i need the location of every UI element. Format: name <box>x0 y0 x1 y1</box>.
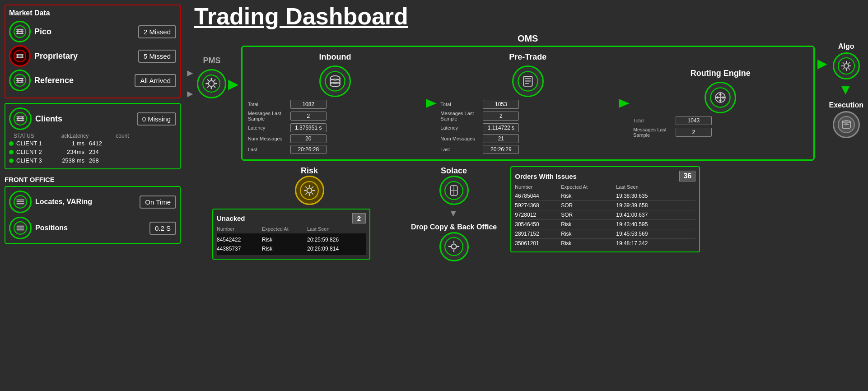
clients-header: Clients 0 Missing <box>9 107 176 130</box>
unacked-r1-expected: Risk <box>262 237 307 243</box>
pretrade-last-row: Last 20:26:29 <box>440 145 615 154</box>
issues-row-4: 30546450 Risk 19:43:40.595 <box>515 220 695 229</box>
issues-r6-num: 35061201 <box>515 240 560 247</box>
unacked-row-2: 44385737 Risk 20:26:09.814 <box>217 244 366 253</box>
client3-latency: 2538 ms <box>55 157 84 164</box>
proprietary-name: Proprietary <box>34 51 135 61</box>
market-data-title: Market Data <box>9 9 176 17</box>
issues-r6-last: 19:48:17.342 <box>616 240 679 247</box>
issues-row-3: 9728012 SOR 19:41:00.637 <box>515 210 695 220</box>
count-label: count <box>116 133 129 139</box>
inbound-last-value: 20:26:28 <box>290 145 327 154</box>
inbound-latency-label: Latency <box>248 125 289 130</box>
issues-col-headers: Number Expected At Last Seen <box>515 184 695 190</box>
gray-arrow-bottom: ► <box>185 88 195 100</box>
pretrade-nummsgs-value: 21 <box>483 134 519 143</box>
issues-r5-last: 19:45:53.569 <box>616 231 679 237</box>
inbound-to-pretrade-arrow <box>422 95 440 112</box>
proprietary-icon <box>9 45 31 67</box>
issues-col-expected: Expected At <box>561 184 615 190</box>
issues-r1-exp: Risk <box>561 193 615 199</box>
client2-name: CLIENT 2 <box>16 149 52 155</box>
issues-col-number: Number <box>515 184 560 190</box>
issues-header: Orders With Issues 36 <box>515 171 695 182</box>
fo-row-locates: Locates, VARing On Time <box>9 191 176 213</box>
unacked-title: Unacked <box>217 214 245 222</box>
client3-count: 268 <box>89 157 99 164</box>
issues-r3-num: 9728012 <box>515 212 560 218</box>
pretrade-messages-row: Messages Last Sample 2 <box>440 111 615 121</box>
oms-to-algo-arrow: ▶ <box>817 56 827 71</box>
routing-messages-value: 2 <box>676 128 712 137</box>
inbound-last-label: Last <box>248 147 289 152</box>
inbound-icon <box>319 65 351 97</box>
unacked-r2-number: 44385737 <box>217 246 262 252</box>
unacked-col-number: Number <box>217 226 262 232</box>
reference-name: Reference <box>34 76 131 85</box>
routing-icon <box>705 82 736 113</box>
dropcopy-label: Drop Copy & Back Office <box>411 223 497 232</box>
algo-label: Algo <box>838 42 854 51</box>
issues-r6-exp: Risk <box>561 240 615 247</box>
pretrade-nummsgs-row: Num Messages 21 <box>440 134 615 143</box>
clients-icon <box>9 107 32 130</box>
client-list: CLIENT 1 1 ms 6412 CLIENT 2 234ms 234 CL… <box>9 139 176 165</box>
dashboard-title: Trading Dashboard <box>185 5 863 28</box>
inbound-nummsgs-label: Num Messages <box>248 136 289 141</box>
client-row-1: CLIENT 1 1 ms 6412 <box>9 139 176 148</box>
inbound-last-row: Last 20:26:28 <box>248 145 423 154</box>
unacked-row-1: 84542422 Risk 20:25:59.826 <box>217 235 366 244</box>
svg-point-89 <box>445 237 463 256</box>
orders-issues-table: Orders With Issues 36 Number Expected At… <box>510 166 700 252</box>
pretrade-to-routing-arrow <box>615 95 633 112</box>
inbound-messages-label: Messages Last Sample <box>248 111 289 121</box>
svg-point-75 <box>300 182 318 200</box>
svg-rect-26 <box>16 228 24 228</box>
svg-marker-51 <box>619 99 630 108</box>
svg-marker-44 <box>426 99 437 108</box>
client2-latency: 234ms <box>55 149 84 155</box>
solace-to-dropcopy-arrow: ► <box>449 209 459 219</box>
svg-point-38 <box>325 71 345 91</box>
pms-icon <box>197 69 226 98</box>
issues-r3-exp: SOR <box>561 212 615 218</box>
svg-rect-21 <box>16 200 24 200</box>
inbound-nummsgs-value: 20 <box>290 134 327 143</box>
risk-icon <box>295 176 324 205</box>
routing-section: Routing Engine <box>633 69 808 138</box>
pretrade-latency-row: Latency 1.114722 s <box>440 123 615 132</box>
algo-icon <box>833 52 860 79</box>
client-row-3: CLIENT 3 2538 ms 268 <box>9 156 176 165</box>
positions-name: Positions <box>35 224 146 232</box>
solace-icon <box>439 176 469 205</box>
routing-total-label: Total <box>633 118 674 123</box>
inbound-title: Inbound <box>319 52 351 62</box>
unacked-r2-expected: Risk <box>262 246 307 252</box>
clients-title: Clients <box>35 114 133 124</box>
front-office-title: FRONT OFFICE <box>5 176 181 183</box>
pretrade-section: Pre-Trade <box>440 52 615 154</box>
client2-count: 234 <box>89 149 99 155</box>
reference-icon <box>9 70 31 91</box>
issues-r1-num: 46785044 <box>515 193 560 199</box>
market-row-reference: Reference All Arrived <box>9 70 176 91</box>
client-row-2: CLIENT 2 234ms 234 <box>9 148 176 156</box>
pretrade-messages-value: 2 <box>483 112 519 121</box>
routing-metrics: Total 1043 Messages Last Sample 2 <box>633 116 808 138</box>
client2-status-dot <box>9 150 14 154</box>
inbound-metrics: Total 1082 Messages Last Sample 2 Latenc… <box>248 100 423 154</box>
issues-r4-num: 30546450 <box>515 221 560 228</box>
pretrade-nummsgs-label: Num Messages <box>440 136 481 141</box>
locates-status: On Time <box>140 196 176 209</box>
main-area: Trading Dashboard PMS ► ► <box>185 5 863 386</box>
pretrade-latency-label: Latency <box>440 125 481 130</box>
inbound-nummsgs-row: Num Messages 20 <box>248 134 423 143</box>
unacked-col-lastseen: Last Seen <box>307 226 366 232</box>
status-label: STATUS <box>14 133 34 139</box>
svg-rect-25 <box>16 226 24 227</box>
issues-row-5: 28917152 Risk 19:45:53.569 <box>515 229 695 239</box>
front-office-section: FRONT OFFICE Locates, VARing On Time <box>5 174 181 244</box>
solace-label: Solace <box>441 166 467 176</box>
pretrade-metrics: Total 1053 Messages Last Sample 2 Latenc… <box>440 100 615 154</box>
front-office-box: Locates, VARing On Time Positions 0.2 S <box>5 186 181 244</box>
